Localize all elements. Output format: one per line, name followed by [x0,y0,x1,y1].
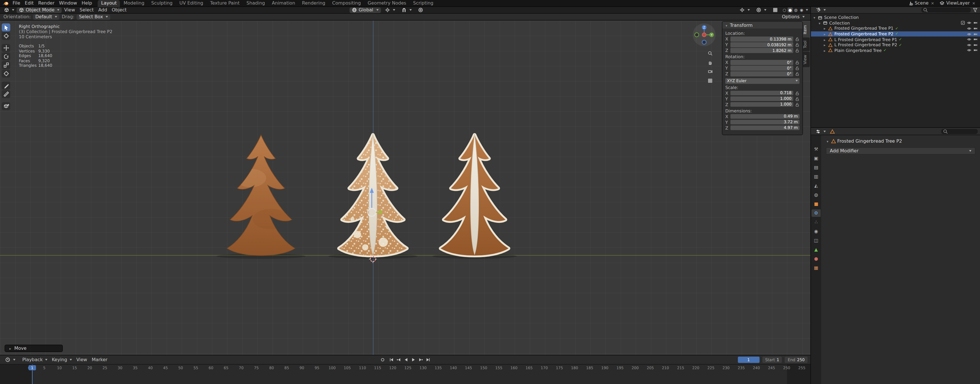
properties-tab-tool[interactable]: ⚒ [811,146,821,153]
mode-selector[interactable]: Object Mode [17,7,62,13]
options-dropdown[interactable]: Options [780,14,807,20]
dimensions-z-field[interactable]: 4.97 m [730,125,800,130]
tool-cursor[interactable] [2,32,10,40]
tool-annotate[interactable] [2,82,10,90]
transform-panel-header[interactable]: ▾ Transform [722,22,802,29]
viewport-menu-add[interactable]: Add [96,6,109,13]
drag-dropdown[interactable]: Select Box [76,14,110,20]
hide-eye-icon[interactable] [967,43,971,48]
hide-eye-icon[interactable] [967,26,971,31]
disable-render-camera-icon[interactable] [973,37,978,42]
sidebar-tab-tool[interactable]: Tool [803,38,810,51]
camera-view-icon[interactable] [707,68,713,75]
lock-icon[interactable] [795,48,800,53]
zoom-icon[interactable] [707,50,713,57]
play-reverse-button[interactable] [402,356,409,363]
viewport-menu-select[interactable]: Select [77,6,96,13]
editor-type-selector[interactable] [2,7,17,13]
lock-icon[interactable] [795,96,800,101]
timeline-menu-view[interactable]: View [74,356,89,363]
properties-tab-particles[interactable]: ∴ [811,219,821,226]
tool-rotate[interactable] [2,52,10,60]
location-x-field[interactable]: 0.13398 m [730,37,793,42]
properties-search-input[interactable] [949,129,974,133]
outliner-row-l-frosted-gingerbread-tree-p1[interactable]: ▸L Frosted Gingerbread Tree P1✓ [811,37,980,42]
transform-orientation-selector[interactable]: Global [350,7,381,13]
location-y-field[interactable]: 0.038192 m [730,43,793,48]
shading-material-button[interactable]: ◍ [793,8,799,13]
properties-tab-texture[interactable]: ▦ [811,264,821,271]
outliner-search[interactable] [921,8,971,13]
outliner-row-collection[interactable]: ▾Collection [811,20,980,26]
scale-x-field[interactable]: 0.718 [730,91,793,95]
outliner-row-l-frosted-gingerbread-tree-p2[interactable]: ▸L Frosted Gingerbread Tree P2✓ [811,42,980,48]
workspace-tab-sculpting[interactable]: Sculpting [148,0,176,6]
properties-tab-world[interactable]: ◍ [811,191,821,198]
toggle-perspective-icon[interactable] [707,78,713,84]
show-overlays-toggle[interactable] [754,7,769,13]
axis-z-neg-ball[interactable] [702,40,706,44]
properties-tab-constraints[interactable]: ◫ [811,237,821,244]
menu-edit[interactable]: Edit [22,0,36,6]
workspace-tab-compositing[interactable]: Compositing [329,0,364,6]
timeline-track[interactable]: 0510152025303540455055606570758085909510… [0,365,810,384]
workspace-tab-scripting[interactable]: Scripting [410,0,437,6]
auto-keying-toggle[interactable] [379,356,386,363]
properties-tab-material[interactable]: ● [811,255,821,262]
hide-eye-icon[interactable] [967,32,971,36]
lock-icon[interactable] [795,71,800,76]
frosted-gingerbread-tree-back[interactable] [441,134,509,255]
shading-rendered-button[interactable]: ◉ [799,8,804,13]
menu-render[interactable]: Render [36,0,57,6]
menu-file[interactable]: File [10,0,22,6]
editor-type-selector-outliner[interactable] [813,7,828,13]
viewport-3d[interactable]: Right Orthographic (3) Collection | Fros… [0,21,810,355]
filter-icon[interactable] [972,8,978,13]
shading-solid-button[interactable]: ● [788,8,793,13]
tool-transform[interactable] [2,70,10,78]
timeline-menu-playback[interactable]: Playback [20,356,49,363]
properties-search[interactable] [941,129,978,134]
viewport-menu-object[interactable]: Object [109,6,129,13]
xray-toggle[interactable] [770,7,780,13]
outliner-row-frosted-gingerbread-tree-p2[interactable]: ▸Frosted Gingerbread Tree P2✓ [811,32,980,37]
lock-icon[interactable] [795,66,800,71]
disclosure-open-icon[interactable]: ▾ [818,21,821,25]
disable-render-camera-icon[interactable] [973,43,978,48]
rotation-z-field[interactable]: 0° [730,71,793,76]
editor-type-selector-properties[interactable] [813,129,828,134]
unlink-scene-icon[interactable]: × [930,1,935,5]
outliner-row-scene-collection[interactable]: ▾Scene Collection [811,15,980,20]
outliner-row-plain-gingerbread-tree[interactable]: ▸Plain Gingerbread Tree✓ [811,48,980,53]
shading-wireframe-button[interactable]: ○ [782,8,787,13]
outliner-row-frosted-gingerbread-tree-p1[interactable]: ▸Frosted Gingerbread Tree P1✓ [811,26,980,31]
snap-toggle[interactable] [399,7,414,13]
location-z-field[interactable]: 1.8262 m [730,48,793,53]
jump-to-end-button[interactable] [424,356,432,363]
lock-icon[interactable] [795,102,800,107]
scale-y-field[interactable]: 1.000 [730,97,793,101]
menu-window[interactable]: Window [57,0,80,6]
blender-logo-icon[interactable] [2,0,9,6]
hide-eye-icon[interactable] [967,37,971,42]
disclosure-closed-icon[interactable]: ▸ [823,27,826,30]
jump-to-prev-keyframe-button[interactable] [395,356,402,363]
properties-tab-data[interactable]: ▲ [811,246,821,253]
lock-icon[interactable] [795,90,800,95]
rotation-mode-dropdown[interactable]: XYZ Euler [725,78,800,84]
properties-tab-object[interactable]: ■ [811,200,821,208]
current-frame-field[interactable]: 1 [738,357,759,363]
dimensions-x-field[interactable]: 0.49 m [730,114,800,119]
show-gizmo-toggle[interactable] [737,7,752,13]
operator-panel-move[interactable]: ▸ Move [5,344,63,352]
editor-type-selector-timeline[interactable] [3,357,18,363]
workspace-tab-uv-editing[interactable]: UV Editing [176,0,207,6]
disable-render-camera-icon[interactable] [973,48,978,53]
workspace-tab-layout[interactable]: Layout [98,0,120,6]
viewport-menu-view[interactable]: View [62,6,77,13]
rotation-x-field[interactable]: 0° [730,60,793,65]
properties-tab-view-layer[interactable]: ▥ [811,173,821,180]
properties-tab-scene[interactable]: ◭ [811,182,821,189]
disclosure-closed-icon[interactable]: ▸ [823,43,826,47]
sidebar-tab-item[interactable]: Item [803,22,810,37]
